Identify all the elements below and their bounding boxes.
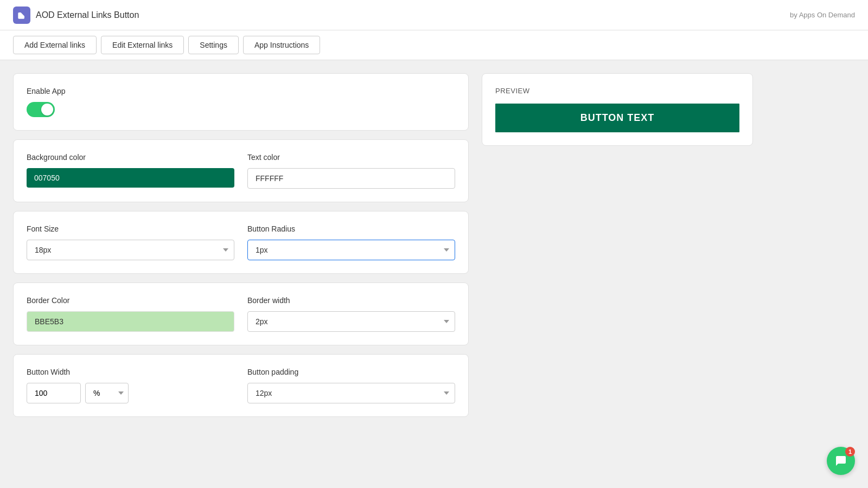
left-column: Enable App Background color 007050 Text … bbox=[13, 73, 469, 417]
text-color-label: Text color bbox=[247, 153, 455, 162]
preview-label: PREVIEW bbox=[495, 87, 739, 95]
button-width-row: % px bbox=[27, 383, 234, 403]
button-width-label: Button Width bbox=[27, 368, 234, 376]
border-color-label: Border Color bbox=[27, 296, 234, 305]
button-radius-group: Button Radius 0px 1px 2px 4px 8px 16px bbox=[247, 224, 455, 260]
chat-bubble[interactable]: 1 bbox=[827, 447, 855, 475]
color-card: Background color 007050 Text color bbox=[13, 139, 469, 202]
toggle-track bbox=[27, 102, 55, 117]
byline: by Apps On Demand bbox=[790, 11, 855, 19]
button-padding-group: Button padding 4px 8px 10px 12px 16px 20… bbox=[247, 368, 455, 403]
font-size-select[interactable]: 12px 14px 16px 18px 20px 24px bbox=[27, 240, 234, 260]
toggle-thumb bbox=[41, 104, 53, 115]
width-padding-row: Button Width % px Button padding 4px 8px bbox=[27, 368, 455, 403]
enable-app-toggle-container bbox=[27, 102, 455, 117]
button-radius-select[interactable]: 0px 1px 2px 4px 8px 16px bbox=[247, 240, 455, 260]
app-title: AOD External Links Button bbox=[36, 10, 139, 20]
color-row: Background color 007050 Text color bbox=[27, 153, 455, 189]
border-color-box[interactable]: BBE5B3 bbox=[27, 311, 234, 332]
border-width-group: Border width 0px 1px 2px 3px 4px bbox=[247, 296, 455, 332]
button-radius-label: Button Radius bbox=[247, 224, 455, 233]
width-padding-card: Button Width % px Button padding 4px 8px bbox=[13, 354, 469, 417]
button-padding-select[interactable]: 4px 8px 10px 12px 16px 20px bbox=[247, 383, 455, 403]
tab-add-external-links[interactable]: Add External links bbox=[13, 36, 97, 54]
border-card: Border Color BBE5B3 Border width 0px 1px… bbox=[13, 282, 469, 345]
enable-app-card: Enable App bbox=[13, 73, 469, 131]
border-width-select[interactable]: 0px 1px 2px 3px 4px bbox=[247, 311, 455, 332]
right-column: PREVIEW BUTTON TEXT bbox=[482, 73, 753, 417]
border-width-label: Border width bbox=[247, 296, 455, 305]
button-width-group: Button Width % px bbox=[27, 368, 234, 403]
app-icon bbox=[13, 7, 30, 24]
button-width-unit-select[interactable]: % px bbox=[85, 383, 129, 403]
font-radius-row: Font Size 12px 14px 16px 18px 20px 24px … bbox=[27, 224, 455, 260]
button-width-input[interactable] bbox=[27, 383, 81, 403]
tab-settings[interactable]: Settings bbox=[188, 36, 239, 54]
text-color-group: Text color bbox=[247, 153, 455, 189]
chat-badge: 1 bbox=[845, 447, 855, 457]
nav-bar: Add External links Edit External links S… bbox=[0, 30, 868, 60]
border-color-group: Border Color BBE5B3 bbox=[27, 296, 234, 332]
background-color-group: Background color 007050 bbox=[27, 153, 234, 188]
header-left: AOD External Links Button bbox=[13, 7, 139, 24]
font-size-label: Font Size bbox=[27, 224, 234, 233]
header: AOD External Links Button by Apps On Dem… bbox=[0, 0, 868, 30]
text-color-input[interactable] bbox=[247, 168, 455, 189]
enable-app-toggle[interactable] bbox=[27, 102, 55, 117]
enable-app-label: Enable App bbox=[27, 87, 455, 95]
preview-button: BUTTON TEXT bbox=[495, 104, 739, 132]
font-size-group: Font Size 12px 14px 16px 18px 20px 24px bbox=[27, 224, 234, 260]
main-content: Enable App Background color 007050 Text … bbox=[0, 60, 868, 430]
tab-edit-external-links[interactable]: Edit External links bbox=[101, 36, 184, 54]
border-row: Border Color BBE5B3 Border width 0px 1px… bbox=[27, 296, 455, 332]
font-radius-card: Font Size 12px 14px 16px 18px 20px 24px … bbox=[13, 211, 469, 274]
tab-app-instructions[interactable]: App Instructions bbox=[243, 36, 320, 54]
background-color-label: Background color bbox=[27, 153, 234, 162]
button-padding-label: Button padding bbox=[247, 368, 455, 376]
background-color-box[interactable]: 007050 bbox=[27, 168, 234, 188]
preview-card: PREVIEW BUTTON TEXT bbox=[482, 73, 753, 146]
